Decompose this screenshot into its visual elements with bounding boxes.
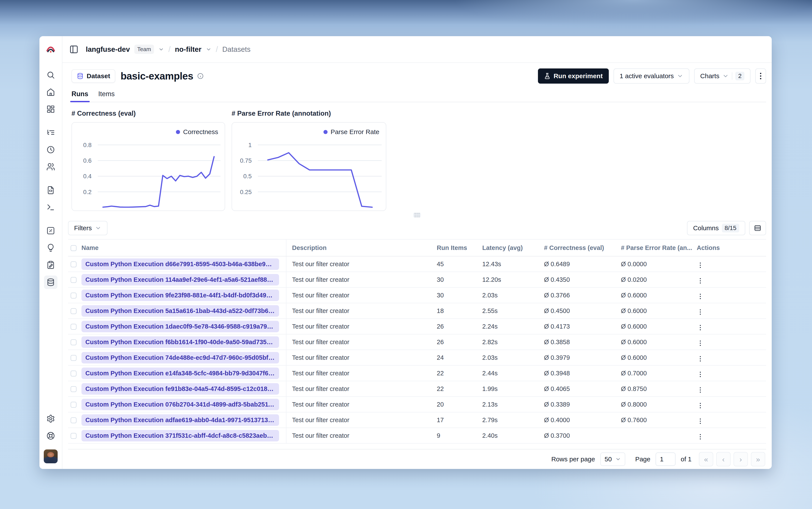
active-evaluators-button[interactable]: 1 active evaluators [614,68,689,83]
sidebar-item-support[interactable] [46,431,56,441]
run-name-link[interactable]: Custom Python Execution adfae619-abb0-4d… [81,414,279,426]
run-name-link[interactable]: Custom Python Execution fe91b83e-04a5-47… [81,383,279,395]
chevron-down-icon[interactable] [158,46,164,52]
columns-label: Columns [693,225,719,232]
row-checkbox[interactable] [71,262,76,267]
row-actions-kebab-icon[interactable] [697,260,704,270]
run-name-link[interactable]: Custom Python Execution d66e7991-8595-45… [81,259,279,270]
run-parse-error-value: Ø 0.6000 [621,350,697,365]
run-name-link[interactable]: Custom Python Execution 1daec0f9-5e78-43… [81,321,279,332]
sidebar-item-home[interactable] [46,87,56,97]
row-actions-kebab-icon[interactable] [697,323,704,333]
charts-label: Charts [700,72,719,80]
run-description: Test our filter creator [286,287,437,303]
row-actions-kebab-icon[interactable] [697,385,704,395]
run-name-link[interactable]: Custom Python Execution 114aa9ef-29e6-4e… [81,274,279,285]
row-checkbox[interactable] [71,339,76,345]
column-header-name[interactable]: Name [81,239,286,256]
run-name-link[interactable]: Custom Python Execution f6bb1614-1f90-40… [81,336,279,348]
run-name-link[interactable]: Custom Python Execution 9fe23f98-881e-44… [81,290,279,301]
row-actions-kebab-icon[interactable] [697,276,704,286]
info-icon[interactable] [197,73,204,79]
last-page-button[interactable]: » [751,452,765,466]
sidebar-item-sessions[interactable] [46,145,56,155]
column-header-description[interactable]: Description [286,239,437,256]
more-actions-button[interactable] [755,68,766,83]
run-experiment-button[interactable]: Run experiment [538,68,609,83]
svg-text:0.6: 0.6 [83,157,92,164]
breadcrumb-project[interactable]: langfuse-dev [86,45,130,54]
row-checkbox[interactable] [71,417,76,423]
resize-handle[interactable] [413,213,421,217]
run-name-link[interactable]: Custom Python Execution 74de488e-ec9d-47… [81,352,279,364]
svg-text:0.2: 0.2 [83,189,92,195]
row-actions-kebab-icon[interactable] [697,292,704,301]
row-checkbox[interactable] [71,371,76,376]
sidebar-item-evaluation[interactable] [46,226,56,236]
filters-button[interactable]: Filters [68,221,107,235]
run-items-value: 24 [437,350,482,365]
run-name-link[interactable]: Custom Python Execution 076b2704-341d-48… [81,399,279,410]
sidebar-item-datasets[interactable] [44,275,58,289]
first-page-button[interactable]: « [699,452,713,466]
user-avatar[interactable] [44,449,58,463]
sidebar-item-prompts[interactable] [46,185,56,195]
row-checkbox[interactable] [71,324,76,330]
sidebar-item-users[interactable] [46,162,56,172]
row-actions-kebab-icon[interactable] [697,354,704,364]
columns-button[interactable]: Columns 8/15 [687,221,745,235]
run-name-link[interactable]: Custom Python Execution e14fa348-5cfc-49… [81,368,279,379]
row-checkbox[interactable] [71,355,76,361]
column-header-correctness[interactable]: # Correctness (eval) [544,239,621,256]
run-latency-value: 2.03s [482,350,544,365]
breadcrumb-section[interactable]: Datasets [222,45,250,54]
langfuse-logo[interactable] [46,36,56,63]
row-checkbox[interactable] [71,433,76,439]
table-toolbar: Filters Columns 8/15 [68,220,766,236]
page-number-input[interactable] [655,452,676,466]
row-checkbox[interactable] [71,277,76,283]
sidebar-item-annotation[interactable] [46,260,56,270]
row-checkbox[interactable] [71,308,76,314]
sidebar-item-search[interactable] [46,70,56,80]
column-header-latency[interactable]: Latency (avg) [482,239,544,256]
breadcrumb-environment[interactable]: no-filter [175,45,201,54]
svg-text:0.25: 0.25 [240,189,252,195]
row-checkbox[interactable] [71,386,76,392]
row-actions-kebab-icon[interactable] [697,416,704,426]
sidebar-item-playground[interactable] [46,202,56,212]
sidebar-item-tracing[interactable] [46,128,56,138]
chevron-down-icon[interactable] [206,46,211,52]
run-parse-error-value [621,428,697,443]
row-actions-kebab-icon[interactable] [697,370,704,379]
row-actions-kebab-icon[interactable] [697,401,704,410]
table-row: Custom Python Execution fe91b83e-04a5-47… [68,381,766,397]
column-header-run-items[interactable]: Run Items [437,239,482,256]
sidebar-toggle-icon[interactable] [69,45,78,54]
run-name-link[interactable]: Custom Python Execution 371f531c-abff-4d… [81,430,279,441]
run-name-link[interactable]: Custom Python Execution 5a15a616-1bab-44… [81,305,279,317]
tab-items[interactable]: Items [98,90,115,102]
row-checkbox[interactable] [71,402,76,408]
row-checkbox[interactable] [71,293,76,299]
rows-per-page-select[interactable]: 50 [600,452,625,466]
prev-page-button[interactable]: ‹ [716,452,731,466]
run-parse-error-value: Ø 0.6000 [621,334,697,350]
sidebar-item-settings[interactable] [46,414,56,423]
sidebar-item-dashboards[interactable] [46,104,56,114]
breadcrumb: langfuse-dev Team / no-filter / Datasets [86,45,250,54]
tab-runs[interactable]: Runs [71,90,89,102]
next-page-button[interactable]: › [734,452,748,466]
search-icon [46,71,55,79]
row-actions-kebab-icon[interactable] [697,432,704,442]
select-all-checkbox[interactable] [71,245,76,251]
column-header-parse-error[interactable]: # Parse Error Rate (an... [621,239,697,256]
row-actions-kebab-icon[interactable] [697,338,704,348]
charts-dropdown-button[interactable]: Charts 2 [694,68,750,83]
app-window: langfuse-dev Team / no-filter / Datasets… [39,36,772,469]
run-items-value: 45 [437,256,482,272]
sidebar-item-insights[interactable] [46,243,56,253]
run-latency-value: 2.55s [482,303,544,318]
row-height-button[interactable] [749,221,766,235]
row-actions-kebab-icon[interactable] [697,307,704,317]
